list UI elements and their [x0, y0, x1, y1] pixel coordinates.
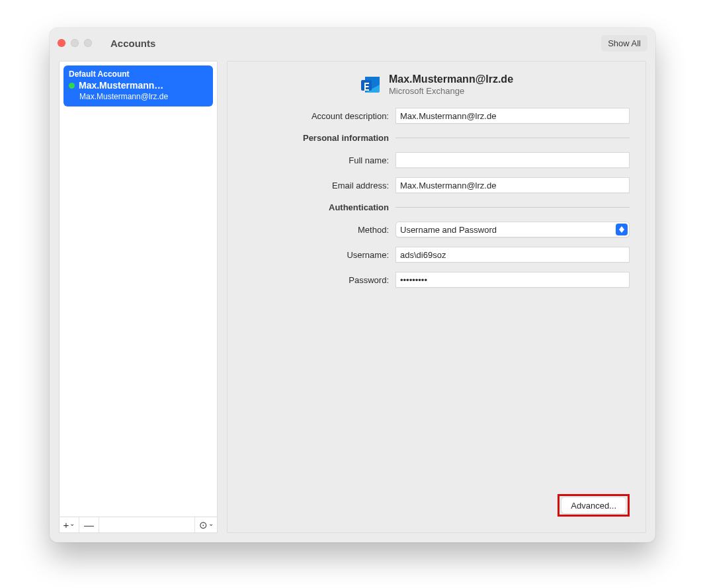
- titlebar: Accounts Show All: [50, 28, 655, 58]
- advanced-highlight: Advanced...: [558, 494, 630, 517]
- account-name-row: Max.Mustermann…: [69, 80, 208, 91]
- full-name-label: Full name:: [243, 155, 395, 165]
- more-options-button[interactable]: ⊙ ⌄: [194, 517, 217, 532]
- window-title: Accounts: [110, 38, 155, 49]
- svg-rect-1: [361, 80, 372, 91]
- content: Default Account Max.Mustermann… Max.Must…: [50, 58, 655, 542]
- divider: [395, 138, 630, 138]
- exchange-icon: [360, 73, 382, 96]
- sidebar-column: Default Account Max.Mustermann… Max.Must…: [59, 61, 218, 533]
- account-form: Account description: Personal informatio…: [243, 108, 630, 297]
- zoom-window-button[interactable]: [84, 39, 92, 47]
- method-value: Username and Password: [400, 225, 497, 235]
- account-header: Max.Mustermann@lrz.de Microsoft Exchange: [243, 73, 630, 96]
- remove-account-button[interactable]: —: [79, 517, 99, 532]
- account-details-panel: Max.Mustermann@lrz.de Microsoft Exchange…: [227, 61, 646, 533]
- account-description-input[interactable]: [395, 108, 630, 124]
- email-address-label: Email address:: [243, 181, 395, 190]
- show-all-button[interactable]: Show All: [601, 35, 647, 52]
- close-window-button[interactable]: [58, 39, 65, 47]
- chevron-down-icon: ⌄: [69, 520, 75, 527]
- account-email: Max.Mustermann@lrz.de: [79, 92, 208, 101]
- personal-information-heading: Personal information: [243, 133, 395, 143]
- select-stepper-icon: [616, 224, 628, 235]
- default-account-label: Default Account: [69, 69, 208, 79]
- method-label: Method:: [243, 225, 395, 235]
- method-select[interactable]: Username and Password: [395, 222, 630, 237]
- password-label: Password:: [243, 275, 395, 285]
- email-address-input[interactable]: [395, 177, 630, 193]
- toolbar-spacer: [99, 517, 194, 532]
- add-account-button[interactable]: + ⌄: [60, 517, 79, 532]
- account-name: Max.Mustermann…: [79, 80, 163, 91]
- accounts-window: Accounts Show All Default Account Max.Mu…: [50, 28, 655, 542]
- username-label: Username:: [243, 250, 395, 260]
- minus-icon: —: [84, 519, 94, 530]
- divider: [395, 207, 630, 208]
- advanced-button[interactable]: Advanced...: [561, 497, 626, 514]
- minimize-window-button[interactable]: [71, 39, 79, 47]
- status-online-icon: [69, 83, 75, 89]
- password-input[interactable]: [395, 272, 630, 288]
- authentication-heading: Authentication: [243, 202, 395, 212]
- account-list-item[interactable]: Default Account Max.Mustermann… Max.Must…: [63, 65, 213, 106]
- account-type: Microsoft Exchange: [389, 86, 513, 96]
- full-name-input[interactable]: [395, 152, 630, 168]
- traffic-lights: [58, 39, 92, 47]
- ellipsis-circle-icon: ⊙: [199, 519, 208, 531]
- sidebar-toolbar: + ⌄ — ⊙ ⌄: [59, 517, 218, 533]
- chevron-down-icon: ⌄: [208, 520, 214, 527]
- plus-icon: +: [63, 519, 69, 530]
- account-description-label: Account description:: [243, 111, 395, 121]
- account-title: Max.Mustermann@lrz.de: [389, 73, 513, 85]
- username-input[interactable]: [395, 247, 630, 263]
- account-list: Default Account Max.Mustermann… Max.Must…: [59, 61, 218, 517]
